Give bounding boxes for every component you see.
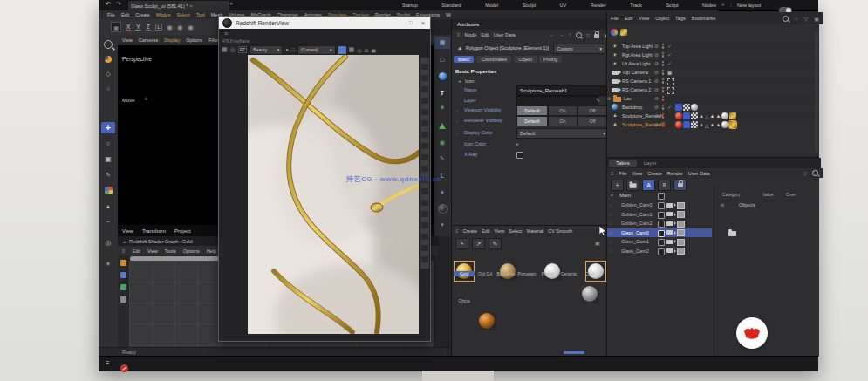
tab-takes[interactable]: Takes bbox=[609, 160, 637, 167]
rs-tag-icon[interactable] bbox=[675, 104, 682, 111]
close-icon[interactable]: × bbox=[189, 3, 193, 9]
pen-tool-icon[interactable]: ✎ bbox=[101, 169, 115, 180]
take-render-icon[interactable] bbox=[677, 211, 685, 218]
snapshot-strip[interactable] bbox=[420, 58, 429, 269]
visibility-dots[interactable] bbox=[662, 44, 664, 49]
rs-tag-icon[interactable] bbox=[683, 121, 690, 128]
visibility-dots[interactable] bbox=[662, 113, 664, 119]
take-render-icon[interactable] bbox=[677, 202, 685, 209]
spline-pen-icon[interactable]: ✎ bbox=[434, 153, 450, 165]
tab-basic[interactable]: Basic bbox=[454, 56, 474, 63]
node-tool-utility-icon[interactable] bbox=[120, 284, 126, 290]
grid-display-icon[interactable]: ▦ bbox=[349, 46, 355, 53]
uv-tag-icon[interactable] bbox=[691, 121, 698, 128]
menu-tool[interactable]: Tool bbox=[196, 12, 205, 17]
visibility-dots[interactable] bbox=[662, 52, 664, 58]
nav-forward-icon[interactable]: → bbox=[559, 32, 564, 37]
material-tag-icon[interactable] bbox=[691, 104, 698, 111]
om-row-sculpture-remesh[interactable]: ▲ Sculpture_Remesh ⊘ ▲ △ ▲ ▲ bbox=[607, 112, 819, 120]
material-menu-select[interactable]: Select bbox=[509, 228, 522, 234]
keyframe-dot-icon[interactable]: ○ bbox=[455, 131, 458, 136]
viewport-menu-display[interactable]: Display bbox=[164, 37, 180, 43]
node-menu-hamburger-icon[interactable]: ≡ bbox=[122, 248, 126, 254]
display-color-dropdown[interactable]: Default ▾ bbox=[516, 128, 609, 139]
viewport-vis-on[interactable]: On bbox=[548, 105, 578, 116]
drag-handle-icon[interactable]: ∷ bbox=[609, 248, 612, 254]
take-render-icon[interactable] bbox=[677, 221, 685, 228]
drag-handle-icon[interactable]: ∷ bbox=[609, 212, 612, 217]
drag-handle-icon[interactable]: ∷ bbox=[609, 202, 612, 208]
menu-create[interactable]: Create bbox=[135, 12, 150, 17]
attributes-filter-icon[interactable]: ▽ bbox=[586, 32, 591, 38]
om-home-icon[interactable]: ⌂ bbox=[795, 16, 798, 21]
node-menu-view[interactable]: View bbox=[147, 248, 158, 254]
world-system-icon[interactable]: ◉ bbox=[177, 24, 183, 31]
takes-menu-create[interactable]: Create bbox=[647, 171, 662, 176]
texture-tag-icon[interactable] bbox=[611, 29, 618, 36]
cube-object-icon[interactable]: □ bbox=[434, 53, 450, 65]
material-label-plastic[interactable]: Plastic bbox=[537, 271, 558, 276]
om-menu-file[interactable]: File bbox=[611, 16, 619, 21]
material-label-gold[interactable]: Gold bbox=[454, 271, 475, 276]
viewport-menu-view[interactable]: View bbox=[122, 37, 133, 43]
material-scrollbar[interactable] bbox=[564, 351, 584, 354]
rt-toggle[interactable]: RT bbox=[238, 46, 248, 53]
region-icon[interactable] bbox=[667, 87, 674, 94]
layer-toggle-icon[interactable]: ⊘ bbox=[654, 69, 659, 75]
attributes-panel-title[interactable]: Attributes bbox=[457, 22, 479, 27]
layout-tab-standard[interactable]: Standard bbox=[441, 3, 461, 8]
enabled-check-icon[interactable]: ✓ bbox=[667, 51, 672, 58]
take-row-golden-cam0[interactable]: ∷ Golden_Cam0 bbox=[607, 201, 712, 210]
rs-material-tag-icon[interactable] bbox=[675, 121, 682, 128]
node-tool-material-icon[interactable] bbox=[120, 260, 126, 266]
node-editor-tab[interactable]: Redshift Shader Graph : Gold bbox=[129, 239, 192, 244]
redo-icon[interactable]: ↷ bbox=[116, 1, 121, 8]
take-camera-icon[interactable] bbox=[666, 212, 673, 216]
light-tool-icon[interactable]: ☀ bbox=[101, 258, 115, 269]
material-assign-button[interactable]: ↗ bbox=[472, 238, 485, 249]
nav-back-icon[interactable]: ← bbox=[550, 32, 555, 37]
selection-tag-icon[interactable]: △ bbox=[705, 122, 709, 128]
material-label-clay[interactable]: Clay bbox=[579, 271, 600, 276]
om-popout-icon[interactable]: ▣ bbox=[814, 16, 819, 22]
take-camera-icon[interactable] bbox=[666, 230, 673, 235]
tab-coordinates[interactable]: Coordinates bbox=[476, 56, 511, 63]
visibility-dots[interactable] bbox=[662, 78, 664, 84]
rs-material-tag-icon[interactable] bbox=[675, 112, 682, 119]
take-checkbox[interactable] bbox=[658, 248, 665, 255]
xray-checkbox[interactable] bbox=[516, 152, 523, 159]
takes-col-override[interactable]: Over bbox=[786, 192, 796, 197]
node-menu-help[interactable]: Help bbox=[207, 248, 216, 254]
material-popout-icon[interactable]: ▣ bbox=[595, 240, 600, 246]
om-menu-tags[interactable]: Tags bbox=[675, 16, 686, 21]
layout-tab-model[interactable]: Model bbox=[485, 3, 498, 8]
camera-dropdown[interactable]: (Current) ▾ bbox=[297, 45, 336, 55]
node-menu-options[interactable]: Options bbox=[183, 248, 200, 254]
take-render-icon[interactable] bbox=[677, 248, 685, 255]
material-menu-cvsmooth[interactable]: CV Smooth bbox=[548, 228, 572, 234]
takes-search-icon[interactable] bbox=[812, 170, 818, 176]
om-menu-view[interactable]: View bbox=[639, 16, 649, 21]
renderer-vis-on[interactable]: On bbox=[548, 116, 578, 126]
menu-select[interactable]: Select bbox=[176, 12, 189, 17]
pass-dropdown[interactable]: Beauty ▾ bbox=[249, 45, 283, 55]
take-row-glass-cam1[interactable]: ∷ Glass_Cam1 bbox=[607, 237, 712, 247]
tab-object[interactable]: Object bbox=[514, 56, 537, 63]
generator-star-icon[interactable]: * bbox=[434, 103, 450, 115]
take-lock-button[interactable] bbox=[673, 180, 687, 191]
renderer-vis-off[interactable]: Off bbox=[578, 116, 607, 126]
aov-icon[interactable]: ⊞ bbox=[364, 47, 368, 53]
new-document-button[interactable]: + bbox=[229, 1, 233, 7]
om-filter-icon[interactable]: ▽ bbox=[804, 16, 809, 22]
coord-tab-view[interactable]: View bbox=[122, 228, 133, 234]
expand-icon[interactable]: ⊞ bbox=[721, 202, 724, 208]
take-camera-icon[interactable] bbox=[666, 203, 673, 208]
takes-filter-icon[interactable]: ▽ bbox=[803, 170, 807, 176]
icon-group-label[interactable]: Icon bbox=[465, 78, 474, 84]
material-tag-icon[interactable] bbox=[721, 121, 728, 128]
attributes-hamburger-icon[interactable]: ≡ bbox=[457, 32, 461, 37]
icon-color-chevron-icon[interactable]: ▸ bbox=[516, 141, 519, 146]
viewport-vis-default[interactable]: Default bbox=[516, 105, 548, 116]
gold-material-tag-icon[interactable] bbox=[729, 112, 736, 119]
material-label-ceramic[interactable]: Ceramic bbox=[558, 271, 579, 276]
